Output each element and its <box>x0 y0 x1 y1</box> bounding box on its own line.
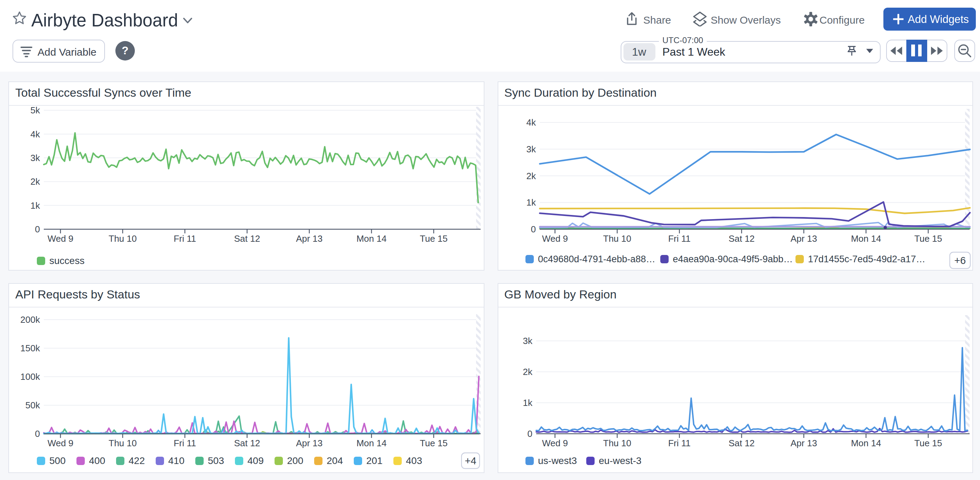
svg-text:Sat 12: Sat 12 <box>234 233 260 244</box>
svg-text:Tue 15: Tue 15 <box>420 233 448 244</box>
svg-text:Apr 13: Apr 13 <box>296 233 323 244</box>
svg-text:Thu 10: Thu 10 <box>603 233 631 244</box>
svg-text:500: 500 <box>49 455 66 466</box>
svg-text:0: 0 <box>527 428 532 439</box>
svg-text:2k: 2k <box>526 171 536 181</box>
svg-text:201: 201 <box>366 455 383 466</box>
svg-text:100k: 100k <box>21 371 40 381</box>
svg-text:Fri 11: Fri 11 <box>174 438 196 448</box>
svg-text:Apr 13: Apr 13 <box>296 438 323 448</box>
svg-text:2k: 2k <box>523 366 532 377</box>
svg-text:success: success <box>49 255 84 266</box>
svg-text:Sat 12: Sat 12 <box>728 438 754 448</box>
svg-text:Thu 10: Thu 10 <box>109 233 137 244</box>
svg-text:204: 204 <box>327 455 343 466</box>
svg-text:4k: 4k <box>30 129 40 139</box>
svg-text:3k: 3k <box>523 335 532 346</box>
svg-text:Fri 11: Fri 11 <box>668 233 690 244</box>
svg-text:410: 410 <box>168 455 185 466</box>
svg-text:422: 422 <box>129 455 145 466</box>
svg-text:Mon 14: Mon 14 <box>356 233 387 244</box>
svg-text:50k: 50k <box>25 400 40 410</box>
svg-text:1k: 1k <box>30 200 40 211</box>
svg-text:403: 403 <box>406 455 422 466</box>
svg-text:Fri 11: Fri 11 <box>174 233 196 244</box>
svg-text:2k: 2k <box>30 176 40 187</box>
svg-text:0c49680d-4791-4ebb-a88…: 0c49680d-4791-4ebb-a88… <box>538 254 655 264</box>
svg-text:Fri 11: Fri 11 <box>668 438 690 448</box>
svg-text:3k: 3k <box>30 153 40 163</box>
svg-text:+4: +4 <box>465 455 476 466</box>
svg-text:Tue 15: Tue 15 <box>914 233 942 244</box>
svg-text:Mon 14: Mon 14 <box>851 438 881 448</box>
svg-text:Apr 13: Apr 13 <box>790 233 817 244</box>
svg-text:4k: 4k <box>526 117 536 128</box>
svg-text:eu-west-3: eu-west-3 <box>598 455 641 466</box>
svg-text:3k: 3k <box>526 144 536 155</box>
svg-text:us-west3: us-west3 <box>538 455 576 466</box>
svg-text:1k: 1k <box>523 397 532 408</box>
svg-text:Wed 9: Wed 9 <box>542 233 568 244</box>
svg-text:200k: 200k <box>21 314 40 325</box>
svg-text:e4aea90a-90ca-49f5-9abb…: e4aea90a-90ca-49f5-9abb… <box>673 254 792 264</box>
svg-text:0: 0 <box>35 224 40 234</box>
svg-text:Sat 12: Sat 12 <box>728 233 754 244</box>
svg-text:400: 400 <box>89 455 105 466</box>
svg-text:0: 0 <box>531 224 536 234</box>
svg-text:+6: +6 <box>954 255 966 266</box>
svg-text:Apr 13: Apr 13 <box>790 438 817 448</box>
svg-text:17d1455c-7ed5-49d2-a17…: 17d1455c-7ed5-49d2-a17… <box>808 254 925 264</box>
svg-text:Tue 15: Tue 15 <box>420 438 448 448</box>
svg-text:Mon 14: Mon 14 <box>356 438 387 448</box>
svg-text:0: 0 <box>35 428 40 439</box>
svg-text:5k: 5k <box>30 105 40 115</box>
svg-text:Mon 14: Mon 14 <box>851 233 881 244</box>
svg-text:Tue 15: Tue 15 <box>914 438 942 448</box>
svg-text:Thu 10: Thu 10 <box>109 438 137 448</box>
svg-text:200: 200 <box>287 455 303 466</box>
svg-text:409: 409 <box>247 455 264 466</box>
svg-text:Sat 12: Sat 12 <box>234 438 260 448</box>
svg-text:Thu 10: Thu 10 <box>603 438 631 448</box>
svg-text:Wed 9: Wed 9 <box>48 438 74 448</box>
svg-text:Wed 9: Wed 9 <box>542 438 568 448</box>
svg-text:1k: 1k <box>526 197 536 208</box>
svg-text:503: 503 <box>208 455 224 466</box>
svg-text:150k: 150k <box>21 343 40 353</box>
svg-text:Wed 9: Wed 9 <box>48 233 74 244</box>
